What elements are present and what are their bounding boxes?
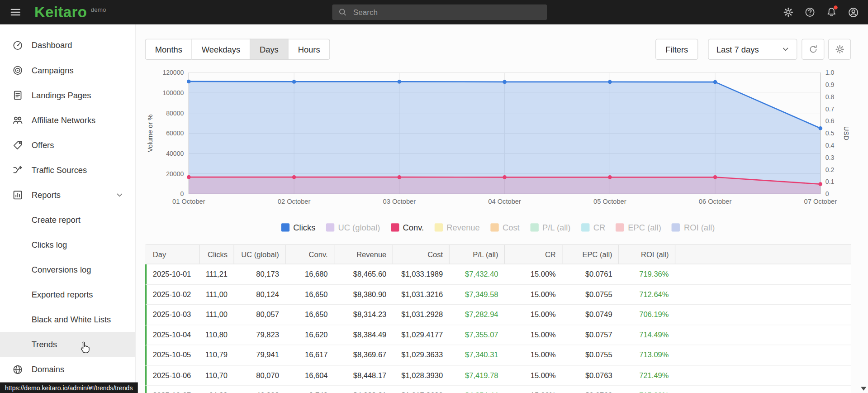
sidebar-item-landings-pages[interactable]: Landings Pages [0,82,135,107]
table-row[interactable]: 2025-10-05110,7979,94116,617$8,369.67$1,… [145,345,851,365]
table-row[interactable]: 2025-10-01111,2180,17316,680$8,465.60$1,… [145,264,851,285]
sidebar-item-dashboard[interactable]: Dashboard [0,33,135,58]
legend-item-uc-global[interactable]: UC (global) [326,223,380,232]
refresh-button[interactable] [802,39,824,60]
svg-text:100000: 100000 [162,89,184,96]
sidebar-item-domains[interactable]: Domains [0,357,135,382]
sidebar-item-campaigns[interactable]: Campaigns [0,58,135,82]
svg-text:60000: 60000 [166,129,184,137]
column-header-roi-all[interactable]: ROI (all) [618,245,675,264]
cell-filler [675,386,851,393]
search-input[interactable] [352,7,541,17]
table-row[interactable]: 2025-10-03111,0080,05716,650$8,314.23$1,… [145,305,851,325]
column-header-revenue[interactable]: Revenue [334,245,393,264]
cell-cr: 15.00% [504,305,562,324]
cell-epc-all: $0.0755 [562,284,618,304]
sidebar-item-offers[interactable]: Offers [0,133,135,158]
column-header-clicks[interactable]: Clicks [199,245,234,264]
column-header-conv[interactable]: Conv. [285,245,334,264]
table-row[interactable]: 2025-10-06110,7080,07016,604$8,448.17$1,… [145,365,851,386]
main-content: MonthsWeekdaysDaysHours Filters Last 7 d… [136,24,868,393]
topbar-actions [780,0,861,24]
cell-conv: 16,680 [285,264,334,284]
cell-day: 2025-10-03 [147,305,199,324]
search-bar[interactable] [332,5,547,20]
svg-text:05 October: 05 October [593,198,626,205]
cell-uc-global: 80,057 [233,305,285,324]
cell-revenue: $8,314.23 [334,305,393,324]
table-row[interactable]: 2025-10-04110,8079,82316,620$8,384.49$1,… [145,325,851,345]
brand: Keitaro demo [34,5,106,19]
tab-hours[interactable]: Hours [288,39,330,60]
column-header-cr[interactable]: CR [504,245,562,264]
legend-item-epc-all[interactable]: EPC (all) [616,223,661,232]
tab-days[interactable]: Days [250,39,289,60]
column-header-uc-global[interactable]: UC (global) [233,245,285,264]
sidebar-item-label: Dashboard [32,40,72,50]
legend-label: Revenue [446,223,479,232]
cell-p-l-all: $7,355.07 [449,325,504,345]
cell-cr: 15.00% [504,345,562,364]
chart-settings-button[interactable] [828,39,851,60]
cell-day: 2025-10-02 [147,284,199,304]
legend-item-conv[interactable]: Conv. [391,223,424,232]
sidebar-item-trends[interactable]: Trends [0,332,135,357]
topbar: Keitaro demo [0,0,868,24]
legend-item-clicks[interactable]: Clicks [281,223,315,232]
cell-epc-all: $0.0755 [562,345,618,364]
scrollbar-down-arrow[interactable] [861,387,866,391]
hamburger-menu-icon[interactable] [7,3,24,21]
table-row[interactable]: 2025-10-02111,0080,12416,650$8,380.90$1,… [145,284,851,305]
cell-revenue: $8,369.67 [334,345,393,364]
sidebar-item-exported-reports[interactable]: Exported reports [0,282,135,307]
traffic-icon [12,164,23,175]
column-header-p-l-all[interactable]: P/L (all) [449,245,504,264]
cell-cr: 15.00% [504,365,562,385]
cell-cost: $1,017.2690 [393,386,449,393]
sidebar-item-conversions-log[interactable]: Conversions log [0,257,135,282]
gear-icon[interactable] [780,4,797,21]
sidebar-item-affiliate-networks[interactable]: Affiliate Networks [0,107,135,132]
landings-icon [12,90,23,101]
tab-weekdays[interactable]: Weekdays [192,39,250,60]
legend-item-roi-all[interactable]: ROI (all) [672,223,715,232]
column-header-cost[interactable]: Cost [393,245,449,264]
cell-uc-global: 80,173 [233,264,285,284]
column-header-epc-all[interactable]: EPC (all) [562,245,618,264]
brand-logo[interactable]: Keitaro [34,5,87,19]
date-range-select[interactable]: Last 7 days [708,39,797,60]
column-header-filler [675,245,851,264]
legend-label: Clicks [293,223,315,232]
cell-cost: $1,029.4177 [393,325,449,345]
svg-text:1.0: 1.0 [825,69,835,76]
domains-icon [12,364,23,374]
column-header-day[interactable]: Day [147,245,199,264]
account-icon[interactable] [845,4,862,21]
table-row[interactable]: 2025-10-0764,9946,9029,749$4,938.21$1,01… [145,386,851,393]
table-header-row: DayClicksUC (global)Conv.RevenueCostP/L … [145,244,851,264]
cell-roi-all: 719.36% [618,264,675,284]
sidebar-item-label: Reports [32,190,61,200]
notifications-bell-icon[interactable] [823,4,840,21]
svg-text:80000: 80000 [166,110,184,117]
svg-text:02 October: 02 October [278,198,311,205]
reports-icon [12,189,23,200]
legend-item-cost[interactable]: Cost [490,223,520,232]
tab-months[interactable]: Months [145,39,192,60]
legend-item-cr[interactable]: CR [581,223,605,232]
filters-button[interactable]: Filters [655,39,698,60]
legend-swatch [281,223,289,231]
legend-swatch [616,223,624,231]
trends-chart: 02000040000600008000010000012000001 Octo… [145,67,851,210]
sidebar-item-traffic-sources[interactable]: Traffic Sources [0,158,135,182]
legend-item-p-l-all[interactable]: P/L (all) [530,223,570,232]
chevron-down-icon [781,45,790,54]
sidebar-item-clicks-log[interactable]: Clicks log [0,232,135,257]
help-icon[interactable] [802,4,818,21]
sidebar-item-reports[interactable]: Reports [0,182,135,207]
legend-label: CR [593,223,606,232]
sidebar-item-black-and-white-lists[interactable]: Black and White Lists [0,307,135,332]
cell-roi-all: 721.49% [618,365,675,385]
sidebar-item-create-report[interactable]: Create report [0,207,135,232]
legend-item-revenue[interactable]: Revenue [434,223,479,232]
